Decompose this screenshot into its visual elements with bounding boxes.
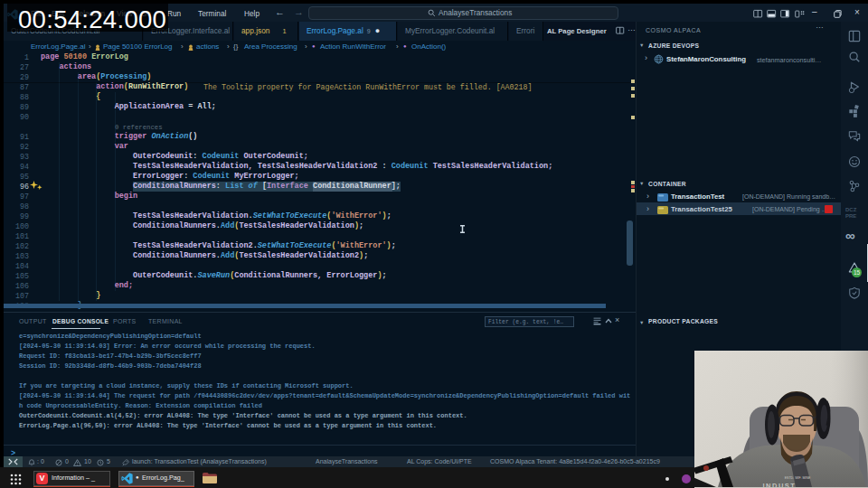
svg-text:ESTD. WIF. MINE: ESTD. WIF. MINE — [785, 476, 811, 480]
svg-text:INDUST: INDUST — [763, 482, 797, 488]
